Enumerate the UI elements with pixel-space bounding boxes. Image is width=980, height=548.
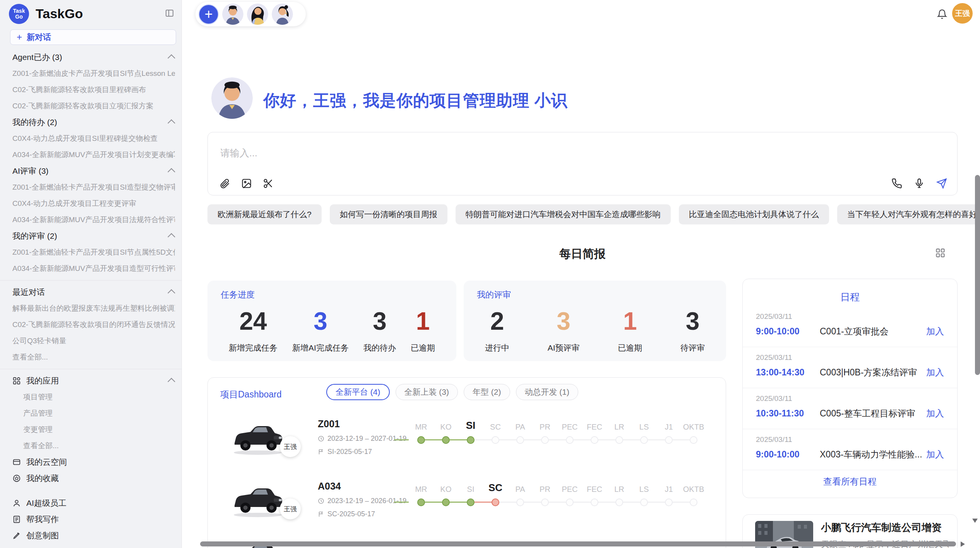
vertical-scrollbar[interactable]	[975, 175, 980, 375]
list-item[interactable]: Z001-全新燃油皮卡产品开发项目SI节点Lesson Learn报告	[0, 65, 182, 82]
join-link[interactable]: 加入	[926, 449, 944, 461]
sidebar-item-favorites[interactable]: 我的收藏	[0, 470, 182, 486]
agent-avatar-1[interactable]	[222, 3, 243, 25]
milestone-dot	[690, 498, 697, 506]
project-milestone-date: SC-2025-05-17	[318, 510, 406, 518]
cloud-box-icon	[12, 458, 21, 466]
tab-year-model[interactable]: 年型 (2)	[464, 384, 510, 400]
collapse-sidebar-icon[interactable]	[164, 9, 175, 18]
chat-input-card	[207, 132, 958, 195]
sidebar: Task Go TaskGo + 新对话 Agent已办 (3) Z001-全新…	[0, 0, 182, 548]
new-chat-label: 新对话	[27, 32, 51, 43]
suggestion-chip[interactable]: 特朗普可能对进口汽车增税会对中国车企造成哪些影响	[456, 204, 671, 224]
chevron-up-icon	[168, 378, 175, 385]
join-link[interactable]: 加入	[926, 408, 944, 420]
join-link[interactable]: 加入	[926, 366, 944, 378]
tab-new-platform[interactable]: 全新平台 (4)	[326, 384, 390, 400]
notifications-bell-icon[interactable]	[937, 9, 947, 19]
scissors-icon[interactable]	[263, 178, 274, 189]
phone-call-icon[interactable]	[891, 178, 902, 189]
scroll-down-arrow[interactable]	[972, 519, 978, 523]
microphone-icon[interactable]	[914, 178, 925, 189]
list-item[interactable]: C02-飞腾新能源轻客改款项目立项汇报方案	[0, 98, 182, 114]
new-chat-button[interactable]: + 新对话	[10, 29, 176, 45]
app-item-change[interactable]: 变更管理	[0, 421, 182, 438]
greeting-text: 你好，王强，我是你的项目管理助理 小识	[263, 90, 568, 111]
section-ai-review[interactable]: AI评审 (3)	[0, 163, 182, 179]
suggestion-chip[interactable]: 欧洲新规最近颁布了什么?	[207, 204, 322, 224]
app-item-product[interactable]: 产品管理	[0, 405, 182, 421]
my-review-card: 我的评审 2进行中 3AI预评审 1已逾期 3待评审	[464, 281, 726, 361]
sidebar-item-ai-employee[interactable]: AI超级员工	[0, 495, 182, 511]
list-item[interactable]: A034-全新新能源MUV产品开发项目计划变更表编写	[0, 147, 182, 163]
image-icon[interactable]	[241, 178, 252, 189]
add-agent-button[interactable]: +	[199, 4, 219, 24]
recent-chat-item[interactable]: 公司Q3轻卡销量	[0, 333, 182, 349]
project-row-a034[interactable]: 王强 A034 2023-12-19 – 2026-01-19 SC-2025-…	[208, 478, 726, 536]
project-dates: 2023-12-19 – 2026-01-19	[318, 497, 406, 505]
layout-grid-icon[interactable]	[935, 248, 946, 258]
join-link[interactable]: 加入	[926, 325, 944, 337]
sidebar-item-cloud-space[interactable]: 我的云空间	[0, 454, 182, 470]
send-icon[interactable]	[936, 178, 947, 189]
section-agent-done[interactable]: Agent已办 (3)	[0, 49, 182, 65]
chevron-up-icon	[168, 168, 175, 176]
section-recent-chats[interactable]: 最近对话	[0, 284, 182, 300]
chat-input[interactable]	[219, 142, 763, 163]
view-all-schedule-link[interactable]: 查看所有日程	[743, 476, 957, 488]
stat-in-progress: 2进行中	[485, 308, 509, 353]
tab-new-body[interactable]: 全新上装 (3)	[396, 384, 458, 400]
suggestion-chip[interactable]: 比亚迪全固态电池计划具体说了什么	[679, 204, 829, 224]
section-my-apps[interactable]: 我的应用	[0, 373, 182, 389]
milestone-dot	[591, 498, 598, 506]
list-item[interactable]: A034-全新新能源MUV产品开发项目造型可行性评审	[0, 260, 182, 277]
list-item[interactable]: A034-全新新能源MUV产品开发项目法规符合性评审	[0, 212, 182, 228]
list-item[interactable]: Z001-全新燃油轻卡产品开发项目SI造型提交物评审	[0, 179, 182, 195]
chevron-up-icon	[168, 119, 175, 127]
sidebar-list: Agent已办 (3) Z001-全新燃油皮卡产品开发项目SI节点Lesson …	[0, 49, 182, 544]
stat-overdue: 1已逾期	[618, 308, 642, 353]
project-dashboard-card: 项目Dashboard 全新平台 (4) 全新上装 (3) 年型 (2) 动总开…	[207, 377, 726, 548]
milestone-dot	[665, 498, 673, 506]
project-dates: 2023-12-19 – 2027-01-19	[318, 435, 406, 443]
milestone-dot	[615, 498, 623, 506]
suggestion-chips: 欧洲新规最近颁布了什么? 如何写一份清晰的项目周报 特朗普可能对进口汽车增税会对…	[207, 204, 980, 224]
task-progress-card: 任务进度 24新增完成任务 3新增AI完成任务 3我的待办 1已逾期	[207, 281, 456, 361]
app-item-project[interactable]: 项目管理	[0, 389, 182, 405]
project-row-z001[interactable]: 王强 Z001 2023-12-19 – 2027-01-19 SI-2025-…	[208, 416, 726, 474]
clock-icon	[318, 498, 324, 504]
stat-ai-prereview: 3AI预评审	[548, 308, 580, 353]
section-my-todo[interactable]: 我的待办 (2)	[0, 114, 182, 130]
list-item[interactable]: Z001-全新燃油轻卡产品开发项目SI节点属性5D文件评审	[0, 244, 182, 260]
user-avatar[interactable]: 王强	[952, 3, 973, 24]
tab-powertrain[interactable]: 动总开发 (1)	[516, 384, 579, 400]
meeting-time: 9:00-10:00	[756, 449, 820, 460]
stat-overdue: 1已逾期	[411, 308, 435, 353]
input-tools	[219, 178, 274, 189]
card-title: 任务进度	[221, 289, 255, 301]
sidebar-item-creative-draw[interactable]: 创意制图	[0, 527, 182, 544]
view-all-apps[interactable]: 查看全部...	[0, 438, 182, 454]
list-item[interactable]: C0X4-动力总成开发项目工程变更评审	[0, 195, 182, 212]
list-item[interactable]: C02-飞腾新能源轻客改款项目里程碑画布	[0, 82, 182, 98]
horizontal-scrollbar[interactable]	[200, 541, 956, 546]
pen-icon	[12, 531, 21, 540]
recent-chat-item[interactable]: 解释最新出台的欧盟报废车法规再生塑料比例被调至15%...	[0, 300, 182, 317]
agent-avatar-2[interactable]	[247, 3, 268, 25]
section-my-review[interactable]: 我的评审 (2)	[0, 228, 182, 244]
view-all-chats[interactable]: 查看全部...	[0, 349, 182, 365]
attachment-icon[interactable]	[219, 178, 230, 189]
list-item[interactable]: C0X4-动力总成开发项目SI里程碑提交物检查	[0, 130, 182, 147]
suggestion-chip[interactable]: 当下年轻人对汽车外观有怎样的喜好趋势	[837, 204, 980, 224]
milestone-dot	[541, 498, 549, 506]
milestone-dot	[492, 436, 499, 444]
recent-chat-item[interactable]: C02-飞腾新能源轻客改款项目的闭环通告反馈情况	[0, 317, 182, 333]
suggestion-chip[interactable]: 如何写一份清晰的项目周报	[330, 204, 447, 224]
sidebar-item-help-write[interactable]: 帮我写作	[0, 511, 182, 527]
agent-avatar-3[interactable]	[272, 3, 293, 25]
truck-image	[229, 478, 287, 522]
milestone-dot	[442, 498, 450, 506]
milestone-dot	[640, 436, 648, 444]
scroll-right-arrow[interactable]	[961, 541, 965, 547]
sidebar-header: Task Go TaskGo	[0, 0, 182, 28]
